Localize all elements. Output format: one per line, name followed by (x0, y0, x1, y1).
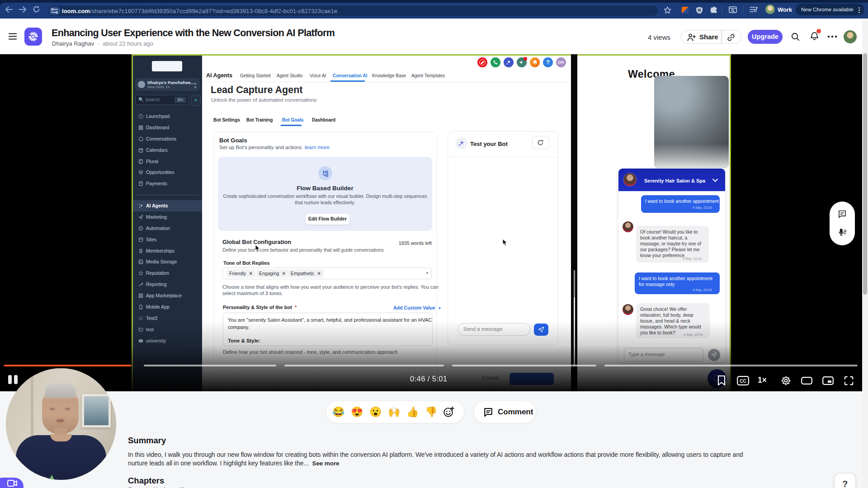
svg-text:CC: CC (740, 378, 747, 384)
